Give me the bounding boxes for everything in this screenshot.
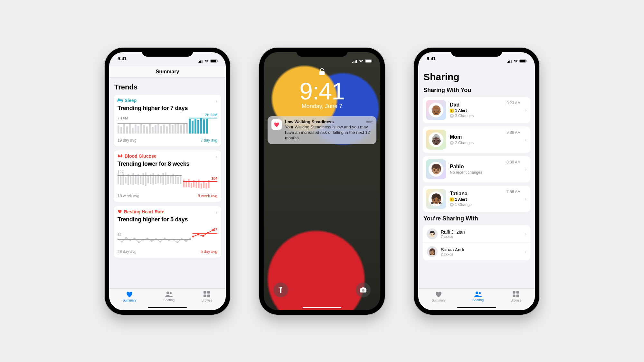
cellular-icon	[507, 59, 512, 64]
svg-point-110	[170, 292, 172, 294]
trend-label: Sleep	[125, 98, 137, 103]
svg-rect-138	[513, 294, 516, 297]
svg-rect-33	[180, 125, 182, 134]
left-avg-label: 19 day avg	[118, 138, 137, 143]
svg-rect-74	[191, 183, 192, 188]
tab-label: Browse	[511, 299, 521, 302]
svg-rect-133	[526, 60, 527, 61]
avatar: 👨🏻	[427, 228, 438, 239]
svg-rect-50	[130, 176, 131, 184]
tab-sharing[interactable]: Sharing	[472, 291, 483, 302]
svg-rect-48	[125, 177, 126, 183]
home-indicator[interactable]	[148, 307, 187, 308]
home-indicator[interactable]	[457, 307, 496, 308]
svg-rect-118	[356, 60, 357, 63]
home-indicator[interactable]	[303, 307, 341, 308]
status-time: 9:41	[118, 56, 127, 66]
svg-rect-132	[520, 60, 526, 62]
svg-rect-55	[143, 173, 144, 185]
svg-rect-117	[355, 60, 356, 63]
heart-fill-icon	[126, 291, 133, 298]
svg-rect-78	[201, 183, 202, 189]
svg-point-88	[134, 237, 136, 239]
avatar: 👩🏽	[427, 246, 438, 257]
left-avg-label: 18 week avg	[118, 194, 139, 198]
trend-title: Trending lower for 8 weeks	[118, 161, 217, 167]
svg-rect-139	[516, 294, 519, 297]
svg-rect-80	[205, 183, 207, 189]
notification-card[interactable]: Low Walking Steadiness Your Walking Stea…	[268, 116, 376, 144]
right-avg-label: 5 day avg	[201, 249, 217, 254]
svg-point-101	[189, 237, 191, 239]
trend-label: Blood Glucose	[125, 153, 156, 159]
person-sub: 2 topics	[441, 252, 464, 256]
tab-sharing[interactable]: Sharing	[163, 291, 174, 302]
svg-rect-112	[207, 291, 210, 294]
svg-rect-60	[155, 176, 156, 184]
svg-rect-69	[177, 177, 179, 184]
svg-rect-59	[153, 173, 154, 185]
sharing-person-card[interactable]: 👵🏿 Mom ★2 Changes 9:36 AM ›	[423, 126, 530, 153]
svg-rect-68	[175, 176, 176, 184]
svg-point-102	[192, 236, 194, 237]
svg-rect-47	[123, 172, 124, 185]
tab-browse[interactable]: Browse	[511, 291, 521, 302]
svg-rect-30	[172, 125, 174, 134]
screen-sharing: 9:41 Sharing Sharing With You 👴🏾 Dad !1 …	[418, 52, 535, 310]
health-app-icon	[271, 119, 282, 130]
battery-icon	[365, 59, 373, 64]
svg-point-95	[164, 237, 166, 239]
notification-time: now	[366, 119, 373, 123]
sharing-person-card[interactable]: 👧🏾 Tatiana !1 Alert★1 Change 7:59 AM ›	[423, 186, 530, 212]
avatar: 👵🏿	[426, 130, 446, 150]
svg-rect-116	[354, 61, 355, 63]
svg-point-104	[202, 235, 204, 237]
blood-glucose-icon	[118, 153, 123, 159]
svg-rect-11	[118, 125, 119, 134]
trend-card-sleep[interactable]: Sleep › Trending higher for 7 days 7H 6M…	[114, 95, 221, 146]
svg-rect-27	[163, 125, 165, 134]
sharing-person-card[interactable]: 👴🏾 Dad !1 Alert★3 Changes 9:23 AM ›	[423, 97, 530, 123]
tab-browse[interactable]: Browse	[202, 291, 212, 302]
tab-summary[interactable]: Summary	[123, 291, 137, 302]
outgoing-row[interactable]: 👨🏻 Raffi Jilizian 7 topics ›	[423, 225, 530, 243]
svg-rect-25	[157, 124, 159, 134]
svg-rect-9	[122, 101, 123, 102]
trend-card-heart[interactable]: Resting Heart Rate › Trending higher for…	[114, 206, 221, 258]
heart-icon	[118, 209, 122, 214]
svg-rect-38	[194, 119, 196, 134]
svg-rect-121	[372, 60, 373, 61]
svg-rect-6	[217, 60, 218, 61]
person-time: 7:59 AM	[507, 190, 521, 194]
camera-button[interactable]	[356, 283, 371, 297]
person-info: Mom ★2 Changes	[450, 134, 474, 145]
svg-rect-130	[511, 60, 512, 63]
tab-summary[interactable]: Summary	[432, 291, 446, 302]
trend-card-glucose[interactable]: Blood Glucose › Trending lower for 8 wee…	[114, 150, 221, 202]
svg-rect-66	[170, 176, 171, 183]
svg-point-92	[151, 240, 153, 242]
svg-rect-10	[118, 98, 119, 100]
left-value: 62	[118, 233, 121, 237]
status-indicators	[198, 56, 218, 66]
svg-rect-71	[183, 180, 185, 187]
cellular-icon	[198, 59, 203, 64]
svg-rect-120	[365, 60, 371, 62]
svg-rect-57	[147, 176, 149, 183]
svg-rect-29	[169, 124, 171, 134]
svg-rect-64	[165, 172, 166, 185]
svg-rect-77	[198, 180, 199, 188]
svg-rect-17	[135, 125, 137, 134]
svg-rect-7	[118, 99, 123, 101]
svg-rect-40	[200, 118, 202, 134]
svg-rect-61	[157, 174, 159, 183]
svg-rect-70	[180, 175, 181, 184]
svg-rect-67	[173, 174, 174, 184]
svg-point-126	[362, 289, 365, 292]
unlock-icon	[264, 68, 380, 77]
trend-title: Trending higher for 5 days	[118, 216, 217, 223]
chevron-right-icon: ›	[525, 231, 526, 237]
sharing-person-card[interactable]: 👦🏽 Pablo No recent changes 8:30 AM ›	[423, 156, 530, 182]
outgoing-row[interactable]: 👩🏽 Sanaa Aridi 2 topics ›	[423, 243, 530, 260]
flashlight-button[interactable]	[273, 283, 288, 297]
